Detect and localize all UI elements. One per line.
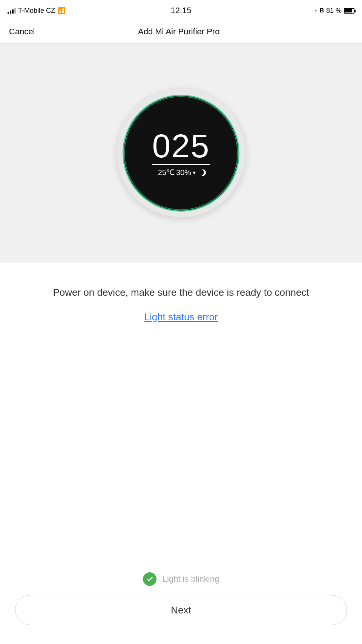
status-bar: T-Mobile CZ 📶 12:15 ↑ B 81 % xyxy=(0,0,362,20)
status-bar-time: 12:15 xyxy=(170,6,191,15)
carrier-label: T-Mobile CZ xyxy=(18,7,55,15)
content-area: Power on device, make sure the device is… xyxy=(0,263,362,565)
cancel-button[interactable]: Cancel xyxy=(9,27,35,37)
bottom-area: Light is blinking Next xyxy=(0,565,362,644)
device-inner-circle: 025 25℃ 30% ▾ xyxy=(123,95,239,212)
bluetooth-icon: B xyxy=(319,7,324,14)
next-button[interactable]: Next xyxy=(15,595,347,625)
light-status-error-link[interactable]: Light status error xyxy=(144,311,218,323)
location-icon: ↑ xyxy=(314,8,318,14)
wifi-icon: 📶 xyxy=(57,6,66,15)
status-bar-right: ↑ B 81 % xyxy=(314,7,354,15)
status-bar-left: T-Mobile CZ 📶 xyxy=(8,6,66,15)
nav-bar: Cancel Add Mi Air Purifier Pro xyxy=(0,20,362,44)
device-area: 025 25℃ 30% ▾ xyxy=(0,44,362,263)
device-ring xyxy=(124,96,238,210)
signal-bars-icon xyxy=(8,8,16,14)
check-icon xyxy=(143,572,156,586)
battery-label: 81 % xyxy=(326,7,342,15)
instruction-text: Power on device, make sure the device is… xyxy=(53,285,309,300)
device-outer-circle: 025 25℃ 30% ▾ xyxy=(117,89,245,217)
page-title: Add Mi Air Purifier Pro xyxy=(138,27,219,37)
battery-icon xyxy=(344,8,354,14)
blinking-row: Light is blinking xyxy=(143,572,219,586)
blinking-label: Light is blinking xyxy=(163,574,219,584)
